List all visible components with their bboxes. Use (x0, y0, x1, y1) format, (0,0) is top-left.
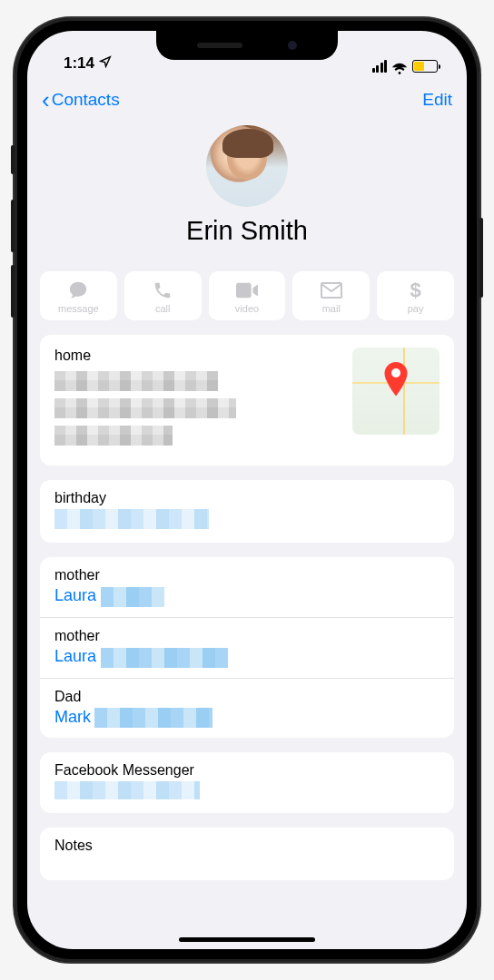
screen: 1:14 ‹ Contacts (27, 31, 467, 949)
relation-label: Dad (54, 689, 440, 705)
relation-name: Laura (54, 586, 96, 604)
dollar-icon: $ (405, 280, 427, 300)
video-icon (236, 280, 258, 300)
svg-point-2 (391, 368, 400, 377)
birthday-card: birthday (40, 480, 454, 543)
home-indicator[interactable] (179, 937, 315, 942)
relation-redacted (94, 708, 212, 728)
phone-icon (152, 280, 173, 300)
mute-switch (11, 145, 15, 174)
notch (156, 31, 338, 60)
action-label: pay (408, 303, 424, 314)
notes-label: Notes (54, 838, 440, 854)
action-label: video (235, 303, 259, 314)
location-icon (99, 54, 112, 73)
action-video[interactable]: video (209, 271, 286, 320)
messenger-label: Facebook Messenger (54, 762, 440, 779)
action-label: message (58, 303, 99, 314)
address-redacted (54, 398, 236, 418)
action-call[interactable]: call (124, 271, 202, 320)
relation-row-mother-2[interactable]: mother Laura (40, 618, 454, 679)
relation-row-dad[interactable]: Dad Mark (40, 679, 454, 739)
contact-header-section: ‹ Contacts Edit Erin Smith (27, 76, 467, 262)
address-row[interactable]: home (40, 335, 454, 466)
birthday-label: birthday (54, 490, 440, 506)
address-redacted (54, 371, 218, 391)
svg-rect-0 (236, 283, 252, 299)
mail-icon (321, 280, 342, 300)
phone-frame: 1:14 ‹ Contacts (15, 18, 479, 962)
action-row: message call video mail $ (27, 262, 467, 335)
chevron-left-icon: ‹ (42, 86, 50, 114)
relation-redacted (101, 648, 228, 668)
relations-card: mother Laura mother Laura Dad Mark (40, 557, 454, 738)
contact-name: Erin Smith (42, 216, 452, 246)
notes-row[interactable]: Notes (40, 828, 454, 880)
address-label: home (54, 348, 341, 364)
action-mail[interactable]: mail (292, 271, 370, 320)
messenger-row[interactable]: Facebook Messenger (40, 752, 454, 813)
birthday-redacted (54, 509, 209, 529)
back-label: Contacts (52, 90, 120, 110)
message-icon (67, 280, 89, 300)
relation-row-mother-1[interactable]: mother Laura (40, 557, 454, 618)
address-card: home (40, 335, 454, 466)
action-message[interactable]: message (40, 271, 117, 320)
birthday-row[interactable]: birthday (40, 480, 454, 543)
map-pin-icon (383, 362, 409, 400)
avatar[interactable] (206, 125, 288, 207)
wifi-icon (391, 61, 408, 73)
cellular-icon (372, 60, 388, 73)
edit-button[interactable]: Edit (422, 90, 452, 110)
relation-label: mother (54, 628, 440, 644)
power-button (479, 218, 483, 298)
notes-card: Notes (40, 828, 454, 880)
relation-redacted (101, 587, 164, 607)
action-label: mail (322, 303, 341, 314)
address-redacted (54, 426, 173, 446)
relation-label: mother (54, 567, 440, 583)
volume-up (11, 200, 15, 252)
messenger-card: Facebook Messenger (40, 752, 454, 813)
volume-down (11, 265, 15, 318)
messenger-redacted (54, 781, 200, 799)
action-pay[interactable]: $ pay (377, 271, 454, 320)
back-button[interactable]: ‹ Contacts (42, 86, 120, 114)
battery-icon (412, 60, 438, 73)
map-thumbnail[interactable] (352, 348, 440, 435)
relation-name: Laura (54, 647, 96, 665)
status-time: 1:14 (64, 54, 94, 73)
action-label: call (155, 303, 171, 314)
relation-name: Mark (54, 708, 91, 726)
